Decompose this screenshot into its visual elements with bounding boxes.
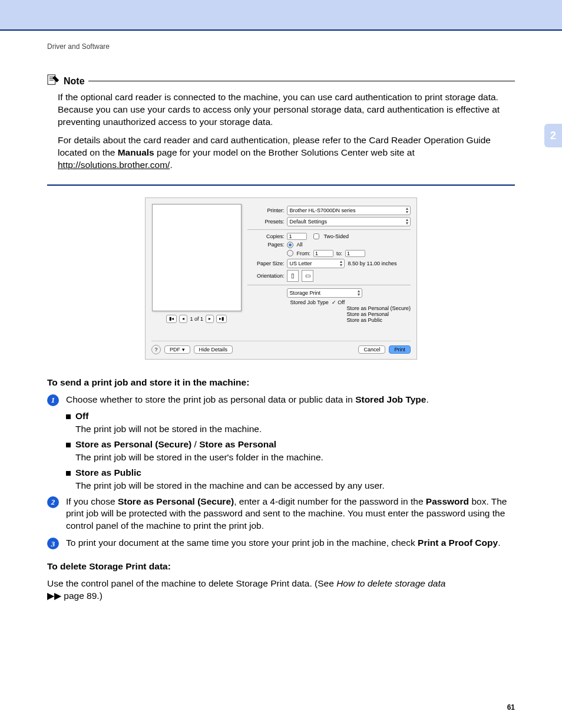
step-2-icon: 2	[47, 496, 59, 508]
help-button[interactable]: ?	[151, 345, 161, 354]
section-select[interactable]: Storage Print▴▾	[287, 288, 362, 298]
menu-off[interactable]: Off	[332, 299, 345, 305]
cancel-button[interactable]: Cancel	[358, 345, 385, 354]
presets-label: Presets:	[247, 219, 284, 225]
updown-icon: ▴▾	[340, 260, 342, 267]
two-sided-label: Two-Sided	[323, 233, 349, 239]
opt-public-desc: The print job will be stored in the mach…	[75, 480, 515, 491]
note-rule	[88, 81, 515, 82]
prev-page-button[interactable]: ◂	[179, 315, 187, 323]
opt-personal-desc: The print job will be stored in the user…	[75, 452, 515, 463]
top-banner	[0, 0, 562, 29]
delete-instr: Use the control panel of the machine to …	[47, 578, 515, 602]
note-box: Note If the optional card reader is conn…	[47, 74, 515, 186]
menu-public[interactable]: Store as Public	[346, 317, 382, 323]
instr-heading-1: To send a print job and store it in the …	[47, 377, 515, 388]
pages-all-label: All	[296, 242, 302, 248]
note-icon	[47, 74, 60, 88]
presets-select[interactable]: Default Settings▴▾	[287, 217, 411, 226]
print-preview-pane: ▮◂ ◂ 1 of 1 ▸ ▸▮	[151, 204, 242, 323]
preview-page	[152, 204, 242, 311]
updown-icon: ▴▾	[406, 218, 408, 225]
bullet-icon	[66, 443, 71, 447]
step-3-text: To print your document at the same time …	[66, 537, 500, 549]
last-page-button[interactable]: ▸▮	[216, 315, 227, 323]
note-label: Note	[64, 76, 85, 87]
pages-from-input[interactable]: 1	[313, 250, 333, 257]
solutions-link[interactable]: http://solutions.brother.com/	[58, 160, 170, 170]
next-page-button[interactable]: ▸	[206, 315, 214, 323]
bullet-icon	[66, 471, 71, 476]
menu-personal[interactable]: Store as Personal	[346, 311, 389, 317]
page-nav-label: 1 of 1	[190, 316, 203, 322]
paper-size-select[interactable]: US Letter▴▾	[287, 259, 345, 268]
opt-personal-title: Store as Personal	[199, 439, 276, 449]
page-number: 61	[507, 703, 515, 711]
copies-label: Copies:	[247, 233, 284, 239]
note-para-2: For details about the card reader and ca…	[58, 134, 515, 172]
pages-to-label: to:	[336, 251, 342, 256]
print-button[interactable]: Print	[389, 345, 411, 354]
pages-to-input[interactable]: 1	[345, 250, 365, 257]
printer-label: Printer:	[247, 207, 284, 213]
stored-job-type-label: Stored Job Type	[290, 299, 328, 305]
svg-rect-0	[48, 75, 55, 84]
bullet-icon	[66, 414, 71, 419]
updown-icon: ▴▾	[358, 289, 360, 297]
print-dialog: ▮◂ ◂ 1 of 1 ▸ ▸▮ Printer: Brother HL-S70…	[145, 197, 417, 360]
opt-public-title: Store as Public	[75, 467, 141, 478]
portrait-button[interactable]: ▯	[287, 270, 299, 282]
two-sided-checkbox[interactable]	[313, 233, 319, 239]
pages-from-label: From:	[296, 251, 310, 256]
menu-secure[interactable]: Store as Personal (Secure)	[346, 305, 411, 311]
pdf-button[interactable]: PDF ▾	[164, 345, 190, 354]
copies-input[interactable]: 1	[287, 233, 307, 240]
header-rule	[0, 29, 562, 31]
orientation-label: Orientation:	[247, 273, 284, 279]
note-para-1: If the optional card reader is connected…	[58, 91, 515, 129]
pages-label: Pages:	[247, 242, 284, 248]
pages-all-radio[interactable]	[287, 242, 293, 248]
step-1-icon: 1	[47, 394, 59, 406]
updown-icon: ▴▾	[406, 207, 408, 214]
first-page-button[interactable]: ▮◂	[166, 315, 177, 323]
opt-off-desc: The print job will not be stored in the …	[75, 424, 515, 434]
chapter-tab: 2	[544, 124, 562, 147]
paper-size-label: Paper Size:	[247, 261, 284, 266]
step-3-icon: 3	[47, 538, 59, 549]
step-2-text: If you chose Store as Personal (Secure),…	[66, 496, 515, 533]
opt-secure-title: Store as Personal (Secure)	[75, 439, 191, 449]
hide-details-button[interactable]: Hide Details	[194, 345, 233, 354]
step-1-text: Choose whether to store the print job as…	[66, 394, 429, 406]
opt-off-title: Off	[75, 411, 88, 421]
printer-select[interactable]: Brother HL-S7000DN series▴▾	[287, 206, 411, 215]
paper-dims: 8.50 by 11.00 inches	[348, 261, 396, 266]
pages-range-radio[interactable]	[287, 250, 293, 256]
landscape-button[interactable]: ▭	[302, 270, 313, 282]
instr-heading-2: To delete Storage Print data:	[47, 561, 515, 572]
section-header: Driver and Software	[47, 42, 515, 51]
